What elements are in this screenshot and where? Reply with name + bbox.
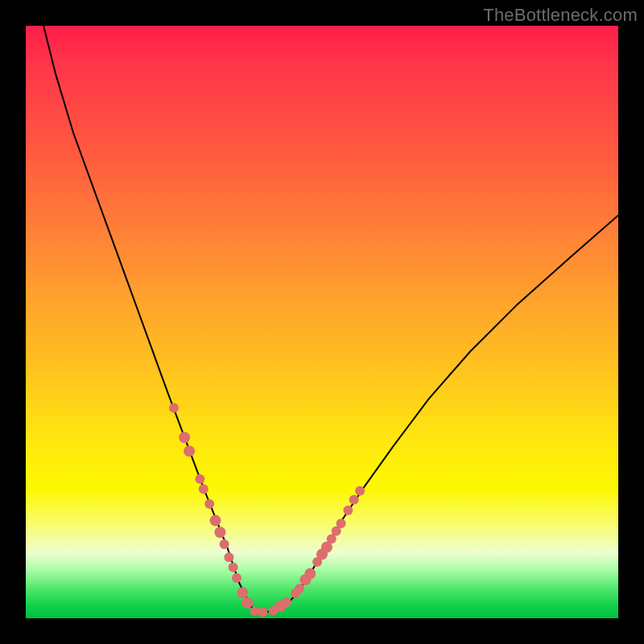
- highlight-point: [214, 526, 225, 538]
- highlight-point: [282, 597, 291, 607]
- highlight-point: [195, 474, 204, 484]
- chart-frame: TheBottleneck.com: [0, 0, 644, 644]
- highlighted-points-group: [169, 403, 365, 617]
- highlight-point: [343, 506, 353, 515]
- bottleneck-curve: [43, 26, 618, 613]
- highlight-point: [237, 587, 248, 598]
- chart-plot-area: [26, 26, 618, 618]
- watermark-text: TheBottleneck.com: [483, 5, 638, 26]
- highlight-point: [199, 485, 208, 494]
- highlight-point: [169, 403, 179, 413]
- highlight-point: [210, 515, 221, 526]
- highlight-point: [224, 552, 233, 562]
- highlight-point: [220, 539, 229, 549]
- highlight-point: [295, 584, 304, 593]
- highlight-point: [258, 608, 267, 617]
- highlight-point: [204, 499, 214, 509]
- highlight-point: [184, 445, 195, 456]
- highlight-point: [349, 495, 359, 505]
- chart-svg: [26, 26, 618, 618]
- highlight-point: [229, 563, 238, 572]
- highlight-point: [179, 432, 190, 444]
- highlight-point: [355, 486, 365, 496]
- highlight-point: [232, 573, 242, 583]
- highlight-point: [304, 568, 316, 580]
- highlight-point: [242, 597, 253, 609]
- highlight-point: [336, 518, 346, 528]
